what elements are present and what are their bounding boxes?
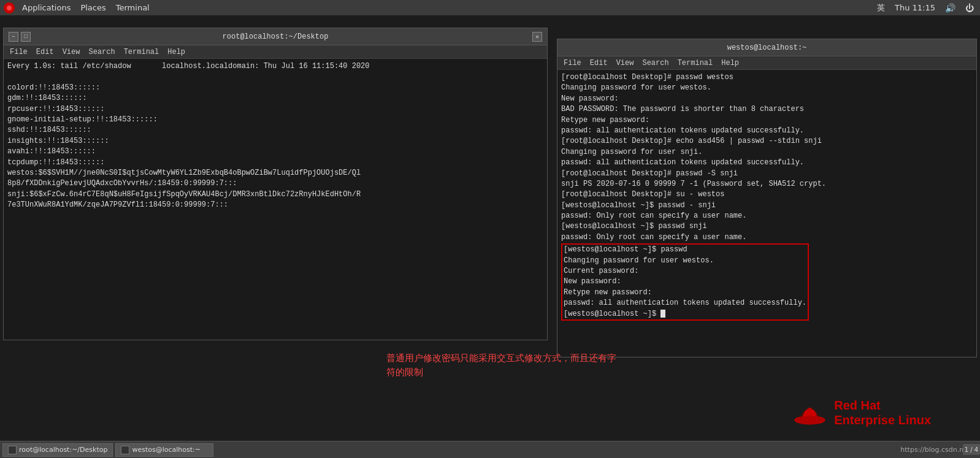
svg-point-1 [794,416,825,424]
taskbar-icon-root [8,446,17,454]
taskbar-icon-westos [121,446,129,454]
taskbar-item-westos[interactable]: westos@localhost:~ [115,443,213,457]
close-button-left[interactable]: ✕ [532,32,542,42]
language-indicator[interactable]: 英 [875,1,887,15]
term-menu-terminal-left[interactable]: Terminal [120,47,163,58]
top-menubar: Applications Places Terminal 英 Thu 11:15… [0,0,980,15]
terminal-content-left: Every 1.0s: tail /etc/shadow localhost.l… [7,62,370,209]
annotation-text: 普通用户修改密码只能采用交互式修改方式，而且还有字 符的限制 [386,351,616,379]
term-menu-help-left[interactable]: Help [164,47,189,58]
redhat-logo-icon [4,2,15,13]
term-menu-edit-left[interactable]: Edit [33,47,58,58]
desktop: – □ root@localhost:~/Desktop ✕ File Edit… [0,15,980,458]
menu-terminal[interactable]: Terminal [111,2,155,13]
menu-places[interactable]: Places [75,2,110,13]
redhat-brand-text: Red Hat Enterprise Linux [834,398,931,427]
page-indicator: 1 / 4 [963,444,980,455]
terminal-title-left: root@localhost:~/Desktop [33,32,518,41]
password-change-highlight-box: [westos@localhost ~]$ passwd Changing pa… [561,243,809,321]
terminal-titlebar-right: westos@localhost:~ [557,39,976,56]
redhat-enterprise-logo: Red Hat Enterprise Linux [793,398,931,427]
annotation-line1: 普通用户修改密码只能采用交互式修改方式，而且还有字 [386,351,616,365]
power-icon[interactable]: ⏻ [963,2,976,14]
minimize-button-left[interactable]: – [9,32,18,42]
terminal-titlebar-left: – □ root@localhost:~/Desktop ✕ [4,28,547,45]
taskbar-item-root[interactable]: root@localhost:~/Desktop [2,443,113,457]
term-menu-view-right[interactable]: View [613,58,638,69]
term-menu-search-right[interactable]: Search [638,58,672,69]
terminal-menubar-left: File Edit View Search Terminal Help [4,45,547,59]
volume-icon[interactable]: 🔊 [943,2,958,14]
terminal-window-left: – □ root@localhost:~/Desktop ✕ File Edit… [3,28,548,340]
taskbar-label-root: root@localhost:~/Desktop [19,446,107,454]
terminal-title-right: westos@localhost:~ [575,44,959,52]
term-menu-file-right[interactable]: File [560,58,585,69]
term-menu-search-left[interactable]: Search [85,47,118,58]
taskbar: root@localhost:~/Desktop westos@localhos… [0,441,980,458]
redhat-hat-svg [793,399,827,427]
term-menu-edit-right[interactable]: Edit [586,58,611,69]
terminal-body-left[interactable]: Every 1.0s: tail /etc/shadow localhost.l… [4,59,547,340]
annotation-line2: 符的限制 [386,365,616,380]
terminal-cursor [660,310,665,318]
menu-applications[interactable]: Applications [17,2,75,13]
terminal-window-right: westos@localhost:~ File Edit View Search… [557,39,977,357]
term-menu-view-left[interactable]: View [59,47,84,58]
term-menu-terminal-right[interactable]: Terminal [674,58,717,69]
term-menu-file-left[interactable]: File [6,47,31,58]
maximize-button-left[interactable]: □ [21,32,31,42]
terminal-menubar-right: File Edit View Search Terminal Help [557,56,976,70]
terminal-body-right[interactable]: [root@localhost Desktop]# passwd westos … [557,70,976,357]
clock: Thu 11:15 [892,2,938,13]
system-tray: 英 Thu 11:15 🔊 ⏻ [875,1,976,15]
taskbar-label-westos: westos@localhost:~ [132,446,201,454]
taskbar-url-text: https://blog.csdn.net/ [900,446,973,454]
term-menu-help-right[interactable]: Help [718,58,743,69]
